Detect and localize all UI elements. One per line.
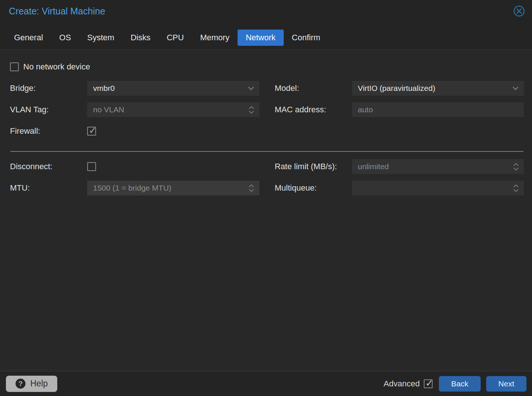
no-network-device-label: No network device	[23, 62, 90, 72]
rate-limit-input[interactable]	[352, 159, 524, 174]
number-spinner-icon[interactable]	[249, 181, 254, 195]
help-button-label: Help	[30, 379, 48, 389]
vlan-tag-label: VLAN Tag:	[10, 105, 87, 115]
multiqueue-input[interactable]	[352, 181, 524, 195]
wizard-tabs: General OS System Disks CPU Memory Netwo…	[6, 30, 532, 46]
mtu-input[interactable]	[87, 181, 259, 195]
bridge-combobox[interactable]	[87, 81, 259, 96]
dialog-footer: ? Help Advanced Back Next	[0, 371, 532, 396]
mac-address-label: MAC address:	[275, 105, 352, 115]
disconnect-checkbox[interactable]	[87, 162, 96, 171]
mac-address-input[interactable]	[352, 102, 524, 117]
vlan-tag-input[interactable]	[87, 102, 259, 117]
no-network-device-checkbox[interactable]	[10, 62, 19, 71]
tab-confirm[interactable]: Confirm	[284, 30, 328, 46]
tab-general[interactable]: General	[6, 30, 51, 46]
tab-memory[interactable]: Memory	[192, 30, 238, 46]
firewall-label: Firewall:	[10, 126, 87, 136]
tab-system[interactable]: System	[79, 30, 122, 46]
help-button[interactable]: ? Help	[6, 376, 57, 392]
model-label: Model:	[275, 83, 352, 93]
tab-network[interactable]: Network	[238, 30, 284, 46]
chevron-down-icon[interactable]	[248, 81, 254, 96]
advanced-checkbox[interactable]	[424, 379, 433, 388]
number-spinner-icon[interactable]	[513, 159, 519, 174]
mtu-label: MTU:	[10, 183, 87, 193]
tab-disks[interactable]: Disks	[122, 30, 158, 46]
next-button[interactable]: Next	[486, 376, 526, 392]
firewall-checkbox[interactable]	[87, 127, 96, 136]
back-button[interactable]: Back	[439, 376, 481, 392]
chevron-down-icon[interactable]	[512, 81, 519, 96]
bridge-label: Bridge:	[10, 83, 87, 93]
tab-os[interactable]: OS	[51, 30, 79, 46]
close-icon[interactable]	[513, 5, 525, 17]
advanced-label: Advanced	[383, 379, 420, 389]
tab-cpu[interactable]: CPU	[158, 30, 192, 46]
model-combobox[interactable]	[352, 81, 524, 96]
question-circle-icon: ?	[16, 379, 25, 389]
network-form-panel: No network device Bridge: Model:	[0, 49, 532, 371]
dialog-title: Create: Virtual Machine	[9, 6, 105, 16]
dialog-header: Create: Virtual Machine General OS Syste…	[0, 0, 532, 49]
advanced-section-divider	[10, 151, 524, 152]
disconnect-label: Disconnect:	[10, 162, 87, 171]
multiqueue-label: Multiqueue:	[275, 183, 352, 193]
rate-limit-label: Rate limit (MB/s):	[275, 162, 352, 171]
number-spinner-icon[interactable]	[513, 181, 519, 195]
number-spinner-icon[interactable]	[249, 102, 254, 117]
